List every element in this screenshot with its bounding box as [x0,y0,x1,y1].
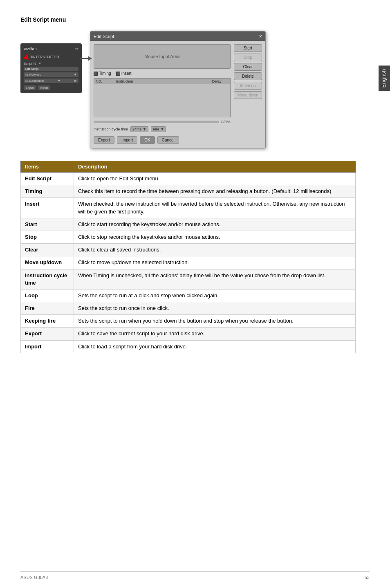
cycle-time-value: 24ms [132,127,141,131]
timing-label: Timing [99,71,111,76]
table-cell-item: Insert [21,198,74,218]
profile-label: Profile 1 [24,47,37,51]
cancel-button[interactable]: Cancel [157,136,179,144]
ok-button[interactable]: OK [140,136,155,144]
start-button[interactable]: Start [234,44,262,52]
footer-right: 53 [365,575,370,580]
table-cell-description: Click to move up/down the selected instr… [74,256,356,269]
bottom-btns: Export Import [24,85,78,90]
progress-value: 0/256 [221,120,231,124]
import-btn-left[interactable]: Import [38,85,50,90]
backward-dropdown[interactable]: IE Backward ▼ ▶ [24,79,78,83]
stop-button[interactable]: Stop [234,54,262,61]
col-delay: Delay [212,79,229,83]
insert-checkbox-box [116,72,120,76]
col-header-items: Items [21,161,74,173]
import-button[interactable]: Import [117,136,137,144]
move-down-button[interactable]: Move down [234,91,262,99]
mouse-input-label: Mouse Input Area [144,54,179,59]
progress-row: 0/256 [94,120,231,124]
dialog-titlebar: Edit Script × [90,31,265,41]
forward-dropdown[interactable]: IE Forward ▼ [24,72,78,77]
col-header-description: Description [74,161,356,173]
footer-left: ASUS G30AB [20,575,48,580]
dialog-body: Mouse Input Area Timing Insert [90,41,265,148]
table-cell-description: Click to clear all saved instructions. [74,244,356,256]
table-cell-description: Click to load a script from your hard di… [74,340,356,353]
dialog-main: Mouse Input Area Timing Insert [94,44,231,145]
table-cell-item: Fire [21,302,74,315]
insert-checkbox[interactable]: Insert [116,71,132,76]
table-cell-description: Sets the script to run at a click and st… [74,289,356,302]
play-icon: ▶ [74,79,77,83]
script-label: Script #1 [24,62,37,65]
table-cell-description: Click to start recording the keystrokes … [74,218,356,231]
arrow-right-icon [80,56,92,61]
asus-logo: BUTTON SETTIN [24,54,78,59]
table-cell-item: Edit Script [21,173,74,185]
arrow [80,56,92,61]
left-panel-mockup: Profile 1 ✏ BUTTON SETTIN Script #1 ▼ Ed… [20,43,82,93]
dropdown-arrow: ▼ [38,62,42,65]
forward-arrow: ▼ [74,73,77,76]
dialog-title: Edit Script [94,34,114,39]
english-tab: English [379,65,390,91]
delete-button[interactable]: Delete [234,72,262,80]
forward-label: IE Forward [25,73,41,76]
table-cell-item: Instruction cycle time [21,269,74,289]
fire-dropdown[interactable]: Fire ▼ [151,126,166,132]
edit-script-btn-left[interactable]: Edit Script [24,67,78,71]
dialog-illustration: Profile 1 ✏ BUTTON SETTIN Script #1 ▼ Ed… [20,31,356,148]
table-cell-item: Export [21,328,74,340]
table-cell-item: Clear [21,244,74,256]
timing-checkbox-box [94,72,98,76]
checkboxes-row: Timing Insert [94,71,231,76]
table-cell-item: Keeping fire [21,315,74,328]
timing-checkbox[interactable]: Timing [94,71,111,76]
table-cell-item: Loop [21,289,74,302]
clear-button[interactable]: Clear [234,63,262,71]
btn-setting-label: BUTTON SETTIN [31,55,59,58]
cycle-time-arrow: ▼ [143,127,146,131]
table-cell-description: Click to open the Edit Script menu. [74,173,356,185]
table-cell-item: Move up/down [21,256,74,269]
col-no: NO. [96,79,108,83]
instruction-table: NO. Instruction Delay [94,78,231,117]
asus-logo-shape [23,53,30,60]
mouse-input-area[interactable]: Mouse Input Area [94,44,231,69]
close-button[interactable]: × [259,33,262,39]
move-up-button[interactable]: Move up [234,82,262,90]
col-instruction: Instruction [116,79,204,83]
dialog-side-buttons: Start Stop Clear Delete Move up Move dow… [234,44,262,145]
table-cell-item: Start [21,218,74,231]
cycle-time-label: Instruction cycle time [94,127,128,131]
table-cell-description: Click to stop recording the keystrokes a… [74,231,356,243]
export-button[interactable]: Export [94,136,114,144]
table-cell-description: Sets the script to run when you hold dow… [74,315,356,328]
progress-bar [94,121,219,123]
pencil-icon: ✏ [75,47,78,51]
section-title: Edit Script menu [20,16,356,23]
table-body [94,84,230,117]
table-cell-description: Click to save the current script to your… [74,328,356,340]
fire-arrow: ▼ [160,127,164,131]
table-cell-item: Timing [21,185,74,198]
info-table: Items Description Edit ScriptClick to op… [20,161,356,353]
cycle-row: Instruction cycle time 24ms ▼ Fire ▼ [94,126,231,132]
edit-script-dialog: Edit Script × Mouse Input Area Timing [90,31,266,148]
footer: ASUS G30AB 53 [20,571,370,580]
table-cell-item: Import [21,340,74,353]
table-header: NO. Instruction Delay [94,79,230,84]
insert-label: Insert [121,71,132,76]
fire-label: Fire [153,127,159,131]
table-cell-description: Sets the script to run once in one click… [74,302,356,315]
table-cell-item: Stop [21,231,74,243]
table-cell-description: When Timing is unchecked, all the action… [74,269,356,289]
backward-arrow: ▼ [57,79,61,83]
table-cell-description: When checked, the new instruction will b… [74,198,356,218]
dialog-bottom-btns: Export Import OK Cancel [94,135,231,145]
cycle-time-dropdown[interactable]: 24ms ▼ [130,126,148,132]
export-btn-left[interactable]: Export [24,85,36,90]
backward-label: IE Backward [25,79,44,83]
table-cell-description: Check this item to record the time betwe… [74,185,356,198]
